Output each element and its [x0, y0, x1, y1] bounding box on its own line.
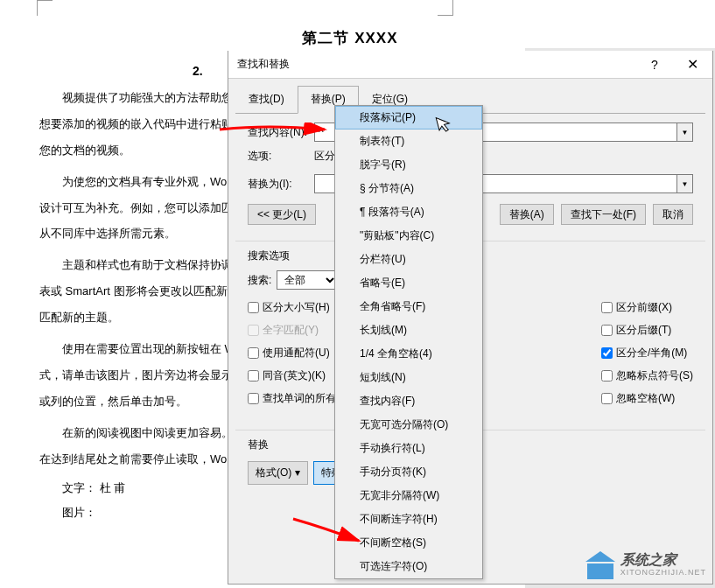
menu-item-caret[interactable]: 脱字号(R)	[335, 153, 482, 177]
menu-item-nonbreak-space[interactable]: 不间断空格(S)	[335, 531, 482, 555]
watermark-icon	[585, 550, 615, 579]
cb-suffix-box[interactable]	[601, 325, 613, 336]
replace-all-button[interactable]: 替换(A)	[500, 204, 554, 225]
cb-wildcards-box[interactable]	[248, 347, 259, 359]
cb-fullhalf-box[interactable]	[601, 347, 613, 359]
menu-item-tab[interactable]: 制表符(T)	[335, 130, 482, 153]
special-format-menu: 段落标记(P) 制表符(T) 脱字号(R) § 分节符(A) ¶ 段落符号(A)…	[334, 105, 483, 579]
menu-item-full-ellipsis[interactable]: 全角省略号(F)	[335, 295, 482, 318]
menu-item-ellipsis[interactable]: 省略号(E)	[335, 271, 482, 295]
cb-prefix-box[interactable]	[601, 302, 613, 313]
menu-item-nowidth-nonbreak[interactable]: 无宽非分隔符(W)	[335, 484, 482, 508]
replace-dropdown-icon[interactable]: ▼	[677, 174, 693, 193]
menu-item-opt-hyphen[interactable]: 可选连字符(O)	[335, 555, 482, 578]
cb-sounds-like-box[interactable]	[248, 370, 259, 382]
menu-item-en-dash[interactable]: 短划线(N)	[335, 366, 482, 389]
options-label: 选项:	[248, 149, 314, 164]
menu-item-column-break[interactable]: 分栏符(U)	[335, 248, 482, 271]
menu-item-find-content[interactable]: 查找内容(F)	[335, 389, 482, 413]
menu-item-quarter-space[interactable]: 1/4 全角空格(4)	[335, 342, 482, 366]
replace-label: 替换为(I):	[248, 177, 314, 192]
cb-suffix[interactable]: 区分后缀(T)	[601, 321, 693, 339]
options-value: 区分	[314, 149, 335, 164]
search-scope-label: 搜索:	[248, 273, 271, 288]
menu-item-manual-page[interactable]: 手动分页符(K)	[335, 460, 482, 484]
cb-punct[interactable]: 忽略标点符号(S)	[601, 367, 693, 384]
tab-find[interactable]: 查找(D)	[235, 86, 298, 113]
cb-match-case-box[interactable]	[248, 302, 259, 313]
watermark-text: 系统之家	[620, 552, 706, 568]
menu-item-opt-break[interactable]: 无宽可选分隔符(O)	[335, 413, 482, 437]
menu-item-paragraph-mark[interactable]: 段落标记(P)	[335, 106, 482, 130]
cb-punct-box[interactable]	[601, 370, 613, 382]
find-label: 查找内容(N):	[248, 125, 314, 140]
menu-item-nonbreak-hyphen[interactable]: 不间断连字符(H)	[335, 508, 482, 531]
find-next-button[interactable]: 查找下一处(F)	[561, 204, 646, 225]
cb-space-box[interactable]	[601, 393, 613, 404]
menu-item-clipboard[interactable]: "剪贴板"内容(C)	[335, 224, 482, 248]
menu-item-em-dash[interactable]: 长划线(M)	[335, 318, 482, 342]
close-button[interactable]: ✕	[672, 52, 712, 78]
menu-item-manual-line[interactable]: 手动换行符(L)	[335, 437, 482, 460]
search-scope-select[interactable]: 全部	[277, 270, 338, 290]
dialog-title: 查找和替换	[237, 57, 637, 72]
find-dropdown-icon[interactable]: ▼	[677, 122, 693, 142]
menu-item-paragraph-symbol[interactable]: ¶ 段落符号(A)	[335, 200, 482, 224]
cb-fullhalf[interactable]: 区分全/半角(M)	[601, 344, 693, 361]
watermark: 系统之家 XITONGZHIJIA.NET	[585, 550, 706, 579]
format-button[interactable]: 格式(O) ▾	[248, 461, 308, 485]
cb-space[interactable]: 忽略空格(W)	[601, 389, 693, 407]
dialog-titlebar[interactable]: 查找和替换 ? ✕	[228, 51, 712, 79]
cancel-button[interactable]: 取消	[653, 204, 693, 225]
cb-whole-word-box	[248, 325, 259, 336]
doc-title: 第二节 XXXX	[171, 28, 529, 48]
less-button[interactable]: << 更少(L)	[248, 204, 316, 225]
cb-word-forms-box[interactable]	[248, 393, 259, 404]
help-button[interactable]: ?	[637, 52, 672, 78]
menu-item-section-break[interactable]: § 分节符(A)	[335, 177, 482, 200]
watermark-url: XITONGZHIJIA.NET	[620, 568, 706, 577]
cb-prefix[interactable]: 区分前缀(X)	[601, 298, 693, 316]
